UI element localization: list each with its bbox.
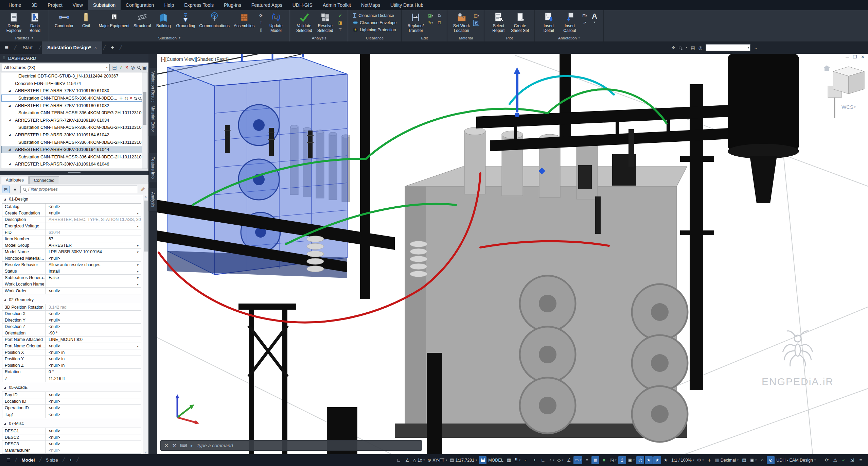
tab-start[interactable]: Start — [17, 41, 38, 54]
infer-constraints-icon[interactable]: ∟ — [395, 456, 403, 464]
section-design[interactable]: ◢01-Design — [0, 195, 142, 203]
tree-item[interactable]: Substation CNN-TERM-ACSR-336.4KCM-0DEG-2… — [1, 153, 147, 161]
sync-icon[interactable]: ⟳ — [823, 456, 831, 464]
expander-icon[interactable]: ◢ — [1, 162, 15, 166]
command-line[interactable]: ✕ ⚒ ⌨ ▸ Type a command — [160, 440, 422, 451]
text-tool-icon[interactable]: A▾ — [589, 12, 600, 24]
layout-tab[interactable]: 5 size — [43, 454, 61, 466]
target-feature-icon[interactable]: ◎ — [125, 96, 128, 101]
property-row[interactable]: FID61044 — [2, 229, 141, 236]
tree-item[interactable]: Substation CNN-TERM-ACSR-336.4KCM-0DEG-2… — [1, 109, 147, 117]
tree-item[interactable]: ◢ARRESTER LPR-ARSR-72KV-10109180 61030 — [1, 87, 147, 94]
replace-transfer-button[interactable]: Replace/Transfer — [405, 12, 426, 33]
tree-item[interactable]: ◢ARRESTER LPR-ARSR-30KV-10109164 61046 — [1, 160, 147, 168]
cylinder-tool-icon[interactable]: ▯ — [258, 27, 264, 33]
property-row[interactable]: Work Location Name — [2, 281, 141, 288]
zoom-icon[interactable] — [679, 45, 681, 50]
ui-lock-icon[interactable]: ▣▾ — [749, 456, 758, 464]
zoom-in-feature-icon[interactable] — [134, 96, 137, 101]
menu-tab-udh-gis[interactable]: UDH-GIS — [287, 0, 318, 10]
property-row[interactable]: Operation ID<null> — [2, 405, 141, 411]
menu-tab-express-tools[interactable]: Express Tools — [179, 0, 219, 10]
civil-button[interactable]: Civil — [75, 12, 96, 28]
tab-connected[interactable]: Connected — [29, 176, 59, 184]
property-row[interactable]: Z11.216 ft — [2, 375, 141, 382]
new-layout-button[interactable]: + — [66, 454, 75, 466]
snap-mode-icon[interactable]: ⠿▾ — [514, 456, 522, 464]
customize-icon[interactable]: ≡ — [857, 456, 865, 464]
annotation-monitor-icon[interactable]: △1x▾ — [412, 456, 426, 464]
steering-wheel-icon[interactable]: ◎ — [698, 45, 702, 50]
property-row[interactable]: Work Order<null> — [2, 288, 141, 294]
paste-icon[interactable]: ⊟ — [436, 20, 442, 26]
tag-add-icon[interactable]: ◪ ▾ — [427, 13, 433, 19]
transparency-icon[interactable]: ≡ — [583, 456, 591, 464]
menu-tab-netmaps[interactable]: NetMaps — [356, 0, 385, 10]
property-row[interactable]: Model GroupARRESTER — [2, 242, 141, 249]
scroll-up-icon[interactable]: ∧ — [145, 195, 147, 199]
dynamic-input-icon[interactable]: ◳▾ — [608, 456, 617, 464]
highlighter-icon[interactable]: ✎ ▾ — [427, 20, 433, 26]
file-tabs-menu-icon[interactable]: ≡ — [0, 41, 13, 54]
grounding-button[interactable]: Grounding — [174, 12, 197, 28]
orbit-icon[interactable]: ◔ — [685, 45, 688, 50]
isolate-objects-icon[interactable]: ○ — [758, 456, 766, 464]
workspace-switcher[interactable]: UDH - EAM Design▾ — [775, 456, 817, 464]
object-snap-icon[interactable]: ◔▾ — [548, 456, 555, 464]
material-assign-icon[interactable]: ◫ ▾ — [473, 13, 479, 19]
viewport[interactable]: WCS ▾ ENGPEDiA.iR [-][Custom View][Shade… — [157, 54, 868, 454]
command-input[interactable]: Type a command — [197, 443, 233, 448]
graphics-performance-icon[interactable]: ⊘ — [767, 456, 775, 464]
update-model-button[interactable]: UpdateModel — [265, 12, 286, 33]
communications-button[interactable]: Communications — [197, 12, 232, 28]
lightning-protection-button[interactable]: ϟLightning Protection — [352, 26, 398, 33]
tree-item[interactable]: ◢ARRESTER LPR-ARSR-30KV-10109164 61042 — [1, 131, 147, 139]
property-row[interactable]: Subfeatures Genera...False — [2, 275, 141, 281]
feature-filter-combobox[interactable]: All features (23)▾ — [2, 64, 110, 71]
panel-splitter[interactable] — [0, 171, 148, 175]
annotation-visibility-icon[interactable]: ★ — [645, 456, 653, 464]
units-icon[interactable]: ▥Decimal▾ — [714, 456, 740, 464]
view-feature-icon[interactable]: ▣ — [142, 65, 147, 70]
palettes-group-label[interactable]: Palettes — [15, 36, 30, 40]
building-button[interactable]: Building — [153, 12, 174, 28]
property-row[interactable]: Port Name Orientat...<null> — [2, 343, 141, 349]
tab-material-editor[interactable]: Material Editor — [148, 102, 157, 136]
edit-group-label[interactable]: Edit — [421, 36, 428, 40]
property-row[interactable]: Model NameLPR-ARSR-30KV-10109164 — [2, 249, 141, 255]
property-row[interactable]: Orientation-90 ° — [2, 330, 141, 336]
navigation-compass-icon[interactable]: ◎ — [636, 456, 644, 464]
minimize-icon[interactable]: ─ — [846, 54, 849, 59]
structural-button[interactable]: Structural — [131, 12, 153, 28]
expander-icon[interactable]: ◢ — [1, 119, 15, 122]
osnap-3d-icon[interactable]: ■ — [600, 456, 608, 464]
lineweight-icon[interactable]: ▭▾ — [573, 456, 582, 464]
clearance-distance-button[interactable]: Clearance Distance — [352, 12, 398, 19]
menu-tab-plug-ins[interactable]: Plug-ins — [219, 0, 246, 10]
tree-item[interactable]: Substation CNN-TERM-ACSR-336.4KCM-0DEG-2… — [1, 138, 147, 146]
tree-item[interactable]: Concrete FDN-TPF-66KV 115474 — [1, 80, 147, 87]
alphabetical-view-icon[interactable]: ≡ — [11, 186, 19, 193]
crosshair-icon[interactable]: + — [706, 456, 713, 464]
settings-gear-icon[interactable]: ⚙▾ — [696, 456, 705, 464]
select-report-button[interactable]: SelectReport — [488, 12, 509, 33]
property-row[interactable]: Direction Y<null> — [2, 317, 141, 324]
move-feature-icon[interactable]: ✛ — [119, 96, 123, 101]
tree-scrollbar[interactable] — [142, 72, 147, 169]
menu-tab-substation[interactable]: Substation — [88, 0, 121, 10]
conductor-button[interactable]: Conductor — [53, 12, 75, 28]
section-acade[interactable]: ◢05-AcadE — [0, 383, 142, 392]
tree-item[interactable]: ◢ARRESTER LPR-ARSR-72KV-10109180 61032 — [1, 102, 147, 109]
annotation-autoscale-icon[interactable]: ★ — [653, 456, 661, 464]
property-row[interactable]: DescriptionARRESTER, ELEC. TYPE, STATION… — [2, 217, 141, 223]
tree-item-selected[interactable]: ◢ARRESTER LPR-ARSR-30KV-10109164 61044 — [1, 146, 147, 153]
copy-icon[interactable]: ⧉ — [436, 13, 442, 19]
close-icon[interactable]: ✕ — [861, 54, 865, 59]
locate-feature-icon[interactable]: ◎ — [131, 65, 135, 70]
rotate-tool-icon[interactable]: ⟳ — [258, 13, 264, 19]
property-row[interactable]: Catalog<null> — [2, 204, 141, 210]
insert-detail-button[interactable]: InsertDetail — [538, 12, 559, 33]
restore-icon[interactable]: ❐ — [853, 54, 857, 59]
tab-substation-design[interactable]: Substation Design*× — [42, 41, 102, 54]
sheet-views-icon[interactable]: ▤ — [691, 45, 695, 50]
